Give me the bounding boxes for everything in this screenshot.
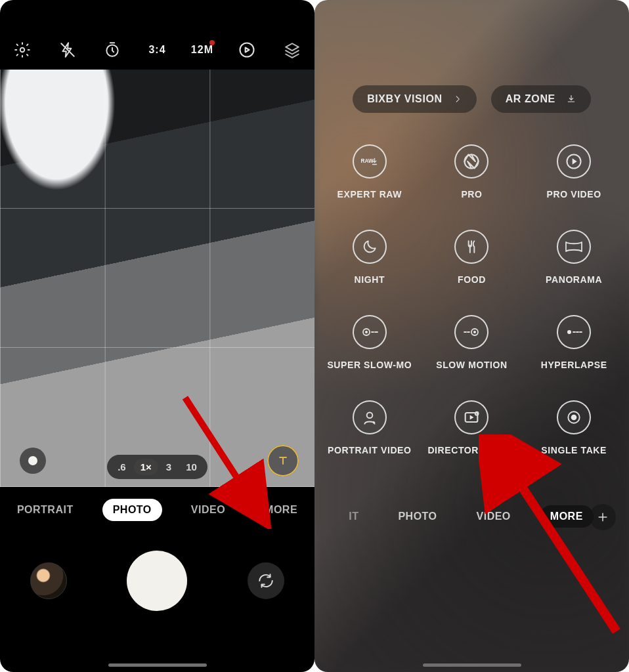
more-top-pills: BIXBY VISION AR ZONE (314, 85, 629, 113)
ar-zone-button[interactable]: AR ZONE (491, 85, 591, 113)
home-indicator[interactable] (108, 663, 207, 667)
camera-main-screen: 3:4 12M .6 1× 3 10 PORTRAIT PHOTO (0, 0, 314, 672)
chevron-right-icon (453, 94, 462, 104)
more-modes-grid: RAW EXPERT RAW PRO PRO VIDEO NIGHT FOOD … (314, 144, 629, 486)
svg-point-2 (240, 43, 254, 57)
mode-expert-raw[interactable]: RAW EXPERT RAW (337, 144, 402, 200)
mode-label: SLOW MOTION (436, 360, 507, 370)
zoom-chip[interactable]: .6 1× 3 10 (107, 455, 207, 479)
add-mode-button[interactable] (590, 504, 616, 530)
zoom-option-3[interactable]: 10 (179, 459, 204, 475)
mode-panorama[interactable]: PANORAMA (546, 230, 602, 285)
panorama-icon (557, 230, 591, 264)
switch-camera-icon (257, 572, 274, 589)
mode-photo[interactable]: PHOTO (387, 505, 447, 528)
mode-single-take[interactable]: SINGLE TAKE (541, 400, 607, 455)
mode-portrait-video[interactable]: PORTRAIT VIDEO (328, 400, 411, 455)
mode-food[interactable]: FOOD (454, 230, 488, 285)
mode-label: SINGLE TAKE (541, 445, 607, 455)
bixby-vision-button[interactable]: BIXBY VISION (353, 85, 477, 113)
mode-label: SUPER SLOW-MO (327, 360, 412, 370)
bixby-vision-label: BIXBY VISION (367, 93, 443, 105)
mode-label: NIGHT (355, 274, 385, 285)
aperture-icon (454, 144, 488, 178)
timer-button[interactable] (98, 41, 126, 58)
mode-photo[interactable]: PHOTO (102, 499, 162, 521)
mode-label: PORTRAIT VIDEO (328, 445, 411, 455)
svg-point-12 (366, 412, 372, 418)
zoom-option-1[interactable]: 1× (134, 459, 158, 475)
mode-night[interactable]: NIGHT (353, 230, 387, 285)
mode-video[interactable]: VIDEO (181, 499, 236, 521)
mode-clipped[interactable]: IT (338, 505, 369, 528)
mode-video[interactable]: VIDEO (466, 505, 521, 528)
mode-portrait[interactable]: PORTRAIT (7, 499, 84, 521)
zoom-selector[interactable]: .6 1× 3 10 (0, 455, 314, 479)
camera-top-toolbar: 3:4 12M (0, 32, 314, 68)
super-slowmo-icon (353, 315, 387, 349)
mode-label: HYPERLAPSE (541, 360, 607, 370)
hyperlapse-icon (557, 315, 591, 349)
svg-point-0 (20, 48, 25, 52)
svg-text:RAW: RAW (360, 158, 373, 164)
moon-icon (353, 230, 387, 264)
play-circle-icon (557, 144, 591, 178)
zoom-option-2[interactable]: 3 (160, 459, 178, 475)
recording-dot-icon (209, 40, 215, 45)
mode-hyperlapse[interactable]: HYPERLAPSE (541, 315, 607, 370)
mode-label: PANORAMA (546, 274, 602, 285)
resolution-label: 12M (191, 44, 213, 56)
motion-photo-icon (238, 41, 256, 59)
motion-photo-button[interactable] (233, 41, 261, 59)
mode-more[interactable]: MORE (540, 505, 594, 528)
svg-point-10 (473, 331, 476, 333)
mode-label: DIRECTOR'S VIEW (427, 445, 515, 455)
mode-label: FOOD (458, 274, 486, 285)
slow-motion-icon (454, 315, 488, 349)
settings-button[interactable] (9, 41, 36, 58)
gallery-thumbnail[interactable] (30, 562, 67, 599)
filters-icon (284, 41, 301, 58)
camera-more-modes-screen: BIXBY VISION AR ZONE RAW EXPERT RAW PRO … (314, 0, 629, 672)
aspect-ratio-button[interactable]: 3:4 (143, 44, 171, 56)
plus-icon (596, 511, 609, 524)
home-indicator[interactable] (423, 663, 521, 667)
timer-icon (104, 41, 121, 58)
mode-pro[interactable]: PRO (454, 144, 488, 200)
camera-mode-row[interactable]: PORTRAIT PHOTO VIDEO MORE (0, 499, 314, 521)
mode-directors-view[interactable]: DIRECTOR'S VIEW (427, 400, 515, 455)
flash-off-icon (59, 41, 76, 58)
directors-view-icon (454, 400, 488, 434)
ar-zone-label: AR ZONE (506, 93, 555, 105)
svg-point-11 (567, 330, 571, 334)
mode-more[interactable]: MORE (254, 499, 308, 521)
mode-pro-video[interactable]: PRO VIDEO (547, 144, 601, 200)
mode-label: PRO VIDEO (547, 189, 601, 200)
aspect-ratio-label: 3:4 (148, 44, 165, 56)
camera-mode-row-right[interactable]: IT PHOTO VIDEO MORE (314, 505, 629, 528)
portrait-video-icon (353, 400, 387, 434)
shutter-button[interactable] (127, 551, 187, 611)
expert-raw-icon: RAW (353, 144, 387, 178)
flash-button[interactable] (54, 41, 81, 58)
mode-super-slowmo[interactable]: SUPER SLOW-MO (327, 315, 412, 370)
resolution-button[interactable]: 12M (188, 44, 216, 56)
mode-slow-motion[interactable]: SLOW MOTION (436, 315, 507, 370)
mode-label: PRO (461, 189, 482, 200)
mode-label: EXPERT RAW (337, 189, 402, 200)
single-take-icon (557, 400, 591, 434)
svg-point-16 (571, 415, 577, 421)
food-icon (454, 230, 488, 264)
camera-viewfinder[interactable]: .6 1× 3 10 (0, 70, 314, 487)
shutter-row (0, 538, 314, 623)
switch-camera-button[interactable] (248, 562, 284, 599)
svg-point-8 (365, 331, 368, 333)
download-icon (566, 94, 576, 104)
filters-button[interactable] (278, 41, 306, 58)
zoom-option-0[interactable]: .6 (111, 459, 133, 475)
gear-icon (14, 41, 31, 58)
